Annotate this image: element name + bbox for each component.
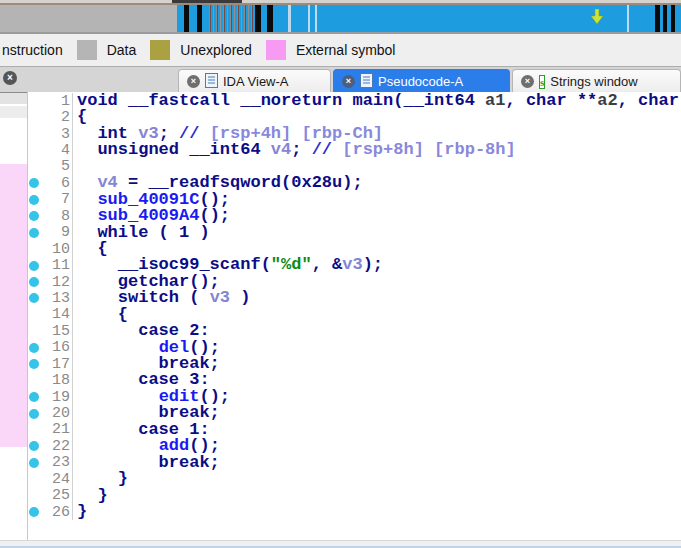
tab-label: IDA View-A: [223, 74, 289, 89]
document-icon: [205, 73, 218, 91]
line-marker-dot-icon[interactable]: [29, 277, 39, 287]
code-line-5[interactable]: 5: [28, 159, 681, 175]
gutter: 5: [28, 159, 72, 175]
line-marker-dot-icon[interactable]: [29, 359, 39, 369]
code-text: del();: [72, 340, 681, 356]
code-line-25[interactable]: 25 }: [28, 488, 681, 504]
gutter: 15: [28, 323, 72, 339]
token-fn: sub_4009A4: [97, 208, 199, 224]
line-marker-dot-icon[interactable]: [29, 343, 39, 353]
strings-icon: s: [539, 74, 545, 89]
band-black-stripe: [671, 5, 675, 32]
token-kw: }: [77, 504, 87, 520]
code-line-4[interactable]: 4 unsigned __int64 v4; // [rsp+8h] [rbp-…: [28, 142, 681, 158]
line-marker-dot-icon[interactable]: [29, 261, 39, 271]
code-line-11[interactable]: 11 __isoc99_scanf("%d", &v3);: [28, 257, 681, 273]
code-line-14[interactable]: 14 {: [28, 307, 681, 323]
legend-label-external-symbol: External symbol: [296, 42, 396, 58]
code-line-20[interactable]: 20 break;: [28, 405, 681, 421]
line-marker-dot-icon[interactable]: [29, 507, 39, 517]
line-number: 23: [52, 454, 72, 471]
code-line-6[interactable]: 6 v4 = __readfsqword(0x28u);: [28, 175, 681, 191]
code-line-13[interactable]: 13 switch ( v3 ): [28, 290, 681, 306]
navigator-band[interactable]: [0, 5, 681, 32]
code-line-22[interactable]: 22 add();: [28, 438, 681, 454]
tab-ida-view-a[interactable]: ×IDA View-A: [178, 69, 331, 93]
line-marker-dot-icon[interactable]: [29, 178, 39, 188]
tab-label: Pseudocode-A: [378, 74, 463, 89]
gutter: 23: [28, 455, 72, 471]
token-kw: );: [363, 257, 383, 273]
code-line-24[interactable]: 24 }: [28, 471, 681, 487]
gutter: 1: [28, 93, 72, 109]
token-cmt2: [rsp+4h] [rbp-Ch]: [210, 126, 383, 142]
code-text: break;: [72, 455, 681, 471]
line-marker-dot-icon[interactable]: [29, 458, 39, 468]
code-text: __isoc99_scanf("%d", &v3);: [72, 257, 681, 273]
code-line-18[interactable]: 18 case 3:: [28, 372, 681, 388]
code-line-26[interactable]: 26}: [28, 504, 681, 520]
code-line-16[interactable]: 16 del();: [28, 340, 681, 356]
close-icon[interactable]: ×: [187, 75, 200, 88]
line-number: 1: [61, 93, 72, 110]
line-marker-dot-icon[interactable]: [29, 293, 39, 303]
line-marker-dot-icon[interactable]: [29, 441, 39, 451]
pseudocode-pane[interactable]: 1void __fastcall __noreturn main(__int64…: [0, 92, 681, 540]
current-position-arrow-icon: [590, 9, 604, 25]
code-line-3[interactable]: 3 int v3; // [rsp+4h] [rbp-Ch]: [28, 126, 681, 142]
code-text: }: [72, 471, 681, 487]
token-fn: sub_40091C: [97, 192, 199, 208]
line-marker-dot-icon[interactable]: [29, 211, 39, 221]
line-marker-dot-icon[interactable]: [29, 409, 39, 419]
code-text: v4 = __readfsqword(0x28u);: [72, 175, 681, 191]
token-kw: ();: [199, 192, 230, 208]
code-line-19[interactable]: 19 edit();: [28, 389, 681, 405]
code-listing[interactable]: 1void __fastcall __noreturn main(__int64…: [28, 93, 681, 520]
close-icon[interactable]: ×: [521, 75, 534, 88]
gutter: 7: [28, 192, 72, 208]
sliver-gray-row: [0, 106, 27, 118]
line-marker-dot-icon[interactable]: [29, 392, 39, 402]
gutter: 4: [28, 142, 72, 158]
code-line-17[interactable]: 17 break;: [28, 356, 681, 372]
close-icon[interactable]: ×: [3, 71, 17, 85]
token-kw: break;: [77, 405, 220, 421]
line-number: 16: [52, 339, 72, 356]
gutter: 10: [28, 241, 72, 257]
code-line-15[interactable]: 15 case 2:: [28, 323, 681, 339]
code-line-9[interactable]: 9 while ( 1 ): [28, 225, 681, 241]
line-marker-dot-icon[interactable]: [29, 195, 39, 205]
token-kw: [77, 175, 97, 191]
line-marker-dot-icon[interactable]: [29, 228, 39, 238]
band-black-stripe: [663, 5, 667, 32]
code-line-8[interactable]: 8 sub_4009A4();: [28, 208, 681, 224]
token-cmt1: //: [179, 126, 210, 142]
code-line-10[interactable]: 10 {: [28, 241, 681, 257]
color-legend: nstruction DataUnexploredExternal symbol: [0, 34, 681, 66]
close-icon[interactable]: ×: [342, 75, 355, 88]
token-lvar: v3: [138, 126, 158, 142]
band-light-line: [315, 5, 317, 32]
document-icon: [360, 73, 373, 91]
tab-strings-window[interactable]: ×sStrings window: [512, 69, 681, 93]
code-text: switch ( v3 ): [72, 290, 681, 306]
code-line-21[interactable]: 21 case 1:: [28, 422, 681, 438]
band-light-line: [308, 5, 310, 32]
token-lvar: v4: [271, 142, 291, 158]
band-black-stripe: [267, 5, 273, 32]
code-line-12[interactable]: 12 getchar();: [28, 274, 681, 290]
line-number: 6: [61, 175, 72, 192]
line-number: 26: [52, 504, 72, 521]
code-text: void __fastcall __noreturn main(__int64 …: [72, 93, 681, 109]
code-text: {: [72, 307, 681, 323]
gutter: 18: [28, 372, 72, 388]
code-line-2[interactable]: 2{: [28, 109, 681, 125]
code-text: getchar();: [72, 274, 681, 290]
code-text: case 3:: [72, 372, 681, 388]
code-line-1[interactable]: 1void __fastcall __noreturn main(__int64…: [28, 93, 681, 109]
token-kw: break;: [77, 356, 220, 372]
code-line-7[interactable]: 7 sub_40091C();: [28, 192, 681, 208]
tab-pseudocode-a[interactable]: ×Pseudocode-A: [333, 69, 510, 93]
line-number: 25: [52, 487, 72, 504]
code-line-23[interactable]: 23 break;: [28, 455, 681, 471]
